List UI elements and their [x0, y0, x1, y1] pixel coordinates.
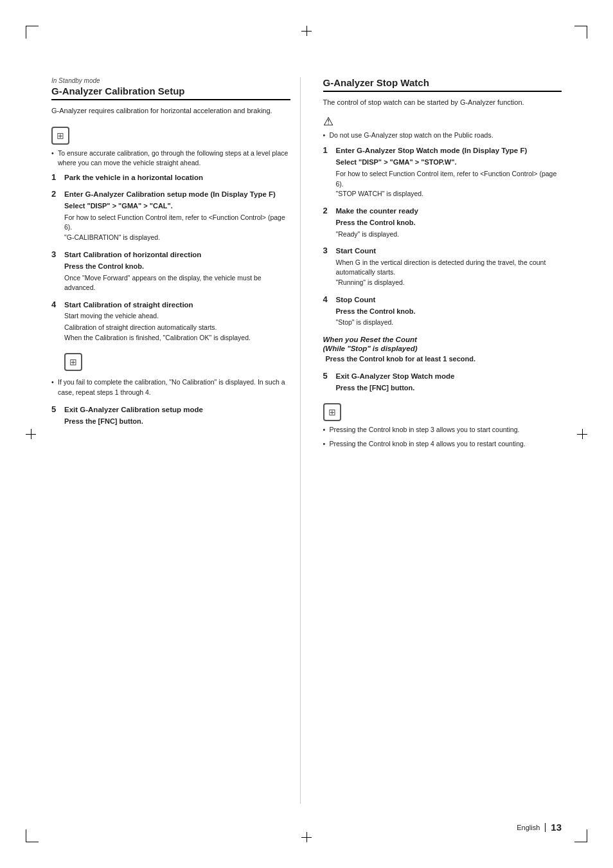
left-section-title: G-Analyzer Calibration Setup: [51, 86, 290, 100]
left-column: In Standby mode G-Analyzer Calibration S…: [51, 77, 301, 804]
step4-note: Calibration of straight direction automa…: [64, 323, 290, 343]
step-title-3: Start Calibration of horizontal directio…: [64, 249, 201, 260]
center-mark-right: [577, 429, 587, 439]
fail-note: If you fail to complete the calibration,…: [51, 377, 290, 398]
footer: English 13: [51, 822, 562, 833]
step-number-4: 4: [51, 300, 60, 309]
right-step-body-1: Select "DISP" > "GMA" > "STOP.W". For ho…: [323, 157, 562, 199]
right-step2-sublabel: Press the Control knob.: [336, 217, 562, 228]
right-step-number-5: 5: [323, 371, 332, 381]
right-step-number-3: 3: [323, 246, 332, 255]
warning-text: Do not use G-Analyzer stop watch on the …: [323, 131, 562, 141]
right-step-4: 4 Stop Count Press the Control knob. "St…: [323, 294, 562, 328]
right-step4-note: "Stop" is displayed.: [336, 318, 562, 328]
corner-mark-tr: [574, 26, 587, 39]
warning-box: ⚠ Do not use G-Analyzer stop watch on th…: [323, 114, 562, 141]
right-step1-sublabel: Select "DISP" > "GMA" > "STOP.W".: [336, 157, 562, 168]
standby-label: In Standby mode: [51, 77, 290, 84]
step-title-1: Park the vehicle in a horizontal locatio…: [64, 172, 203, 183]
right-step-body-2: Press the Control knob. "Ready" is displ…: [323, 217, 562, 239]
right-step-title-5: Exit G-Analyzer Stop Watch mode: [336, 371, 455, 381]
right-step5-sublabel: Press the [FNC] button.: [336, 383, 562, 393]
step2-note: For how to select Function Control item,…: [64, 213, 290, 243]
reset-subtitle: (While "Stop" is displayed): [323, 345, 562, 352]
right-step-title-3: Start Count: [336, 246, 377, 256]
reset-body: Press the Control knob for at least 1 se…: [323, 354, 562, 365]
right-step-5: 5 Exit G-Analyzer Stop Watch mode Press …: [323, 371, 562, 393]
step-number-5: 5: [51, 404, 60, 414]
knob-icon-right: [323, 403, 341, 421]
step-body-2: Select "DISP" > "GMA" > "CAL". For how t…: [51, 201, 290, 243]
right-step-body-5: Press the [FNC] button.: [323, 383, 562, 393]
corner-mark-br: [574, 829, 587, 842]
step2-sublabel: Select "DISP" > "GMA" > "CAL".: [64, 201, 290, 212]
right-footnote-1: Pressing the Control knob in step 3 allo…: [323, 425, 562, 435]
main-content: In Standby mode G-Analyzer Calibration S…: [51, 77, 562, 804]
step-body-4: Start moving the vehicle ahead. Calibrat…: [51, 311, 290, 343]
right-step-2: 2 Make the counter ready Press the Contr…: [323, 206, 562, 239]
left-step-3: 3 Start Calibration of horizontal direct…: [51, 249, 290, 293]
warning-triangle-icon: ⚠: [323, 114, 333, 129]
left-note1: To ensure accurate calibration, go throu…: [51, 149, 290, 169]
knob-icon-1: [51, 127, 69, 145]
right-step4-sublabel: Press the Control knob.: [336, 306, 562, 317]
step5-sublabel: Press the [FNC] button.: [64, 416, 290, 427]
reset-title: When you Reset the Count: [323, 334, 417, 345]
step3-note: Once "Move Forward" appears on the displ…: [64, 273, 290, 294]
right-step-title-2: Make the counter ready: [336, 206, 418, 216]
right-step-number-4: 4: [323, 294, 332, 304]
right-section-title: G-Analyzer Stop Watch: [323, 77, 562, 92]
right-step-title-1: Enter G-Analyzer Stop Watch mode (In Dis…: [336, 145, 528, 156]
right-step-3: 3 Start Count When G in the vertical dir…: [323, 246, 562, 287]
left-step-1: 1 Park the vehicle in a horizontal locat…: [51, 172, 290, 183]
right-column: G-Analyzer Stop Watch The control of sto…: [320, 77, 562, 804]
step-number-2: 2: [51, 189, 60, 199]
step3-sublabel: Press the Control knob.: [64, 261, 290, 272]
page-info: English 13: [517, 822, 562, 833]
step-number-3: 3: [51, 249, 60, 259]
right-reset-step: When you Reset the Count (While "Stop" i…: [323, 334, 562, 365]
right-step3-note: When G in the vertical direction is dete…: [336, 258, 562, 288]
center-mark-left: [26, 429, 36, 439]
corner-mark-bl: [26, 829, 39, 842]
language-label: English: [517, 824, 540, 831]
center-mark-bottom: [301, 832, 312, 842]
left-step-4: 4 Start Calibration of straight directio…: [51, 300, 290, 343]
right-step-number-1: 1: [323, 145, 332, 155]
right-footnote-2: Pressing the Control knob in step 4 allo…: [323, 439, 562, 449]
step-body-5: Press the [FNC] button.: [51, 416, 290, 427]
right-step-number-2: 2: [323, 206, 332, 215]
left-step-5: 5 Exit G-Analyzer Calibration setup mode…: [51, 404, 290, 427]
left-intro: G-Analyzer requires calibration for hori…: [51, 105, 290, 116]
right-step-body-4: Press the Control knob. "Stop" is displa…: [323, 306, 562, 328]
reset-sublabel: Press the Control knob for at least 1 se…: [326, 354, 562, 365]
right-step2-note: "Ready" is displayed.: [336, 230, 562, 240]
corner-mark-tl: [26, 26, 39, 39]
page-number: 13: [551, 822, 562, 833]
right-intro: The control of stop watch can be started…: [323, 97, 562, 108]
center-mark-top: [301, 26, 312, 36]
step-title-5: Exit G-Analyzer Calibration setup mode: [64, 404, 203, 415]
left-step-2: 2 Enter G-Analyzer Calibration setup mod…: [51, 189, 290, 243]
knob-icon-2: [64, 353, 82, 371]
right-step1-note: For how to select Function Control item,…: [336, 169, 562, 199]
right-step-body-3: When G in the vertical direction is dete…: [323, 258, 562, 288]
step-title-2: Enter G-Analyzer Calibration setup mode …: [64, 189, 276, 199]
step-title-4: Start Calibration of straight direction: [64, 300, 193, 310]
step-number-1: 1: [51, 172, 60, 182]
right-step-title-4: Stop Count: [336, 294, 376, 305]
footer-divider: [545, 823, 546, 832]
step-body-3: Press the Control knob. Once "Move Forwa…: [51, 261, 290, 293]
right-step-1: 1 Enter G-Analyzer Stop Watch mode (In D…: [323, 145, 562, 199]
step4-intro: Start moving the vehicle ahead.: [64, 311, 290, 321]
